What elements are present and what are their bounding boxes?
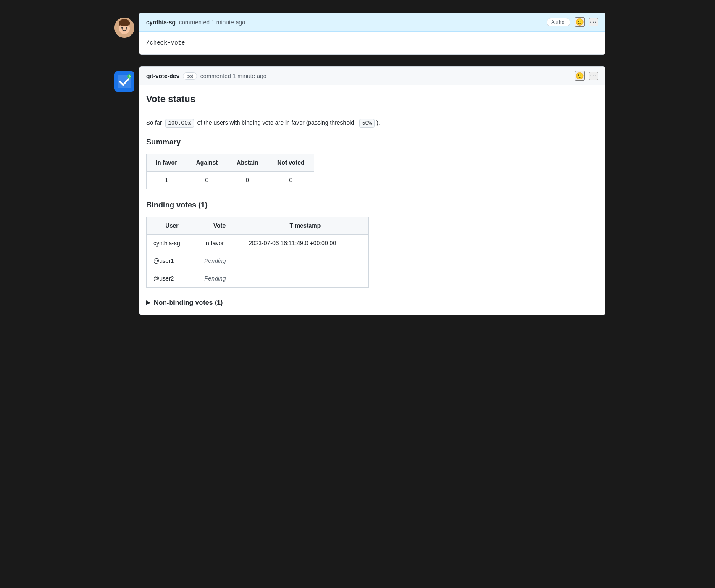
binding-row-2: @user1 Pending: [147, 252, 369, 270]
summary-table: In favor Against Abstain Not voted 1 0 0…: [146, 154, 314, 189]
summary-data-row: 1 0 0 0: [147, 171, 314, 189]
author-badge: Author: [547, 18, 570, 26]
binding-timestamp-2: [242, 252, 368, 270]
binding-timestamp-1: 2023-07-06 16:11:49.0 +00:00:00: [242, 234, 368, 252]
comment-header-left-1: cynthia-sg commented 1 minute ago: [146, 19, 245, 26]
svg-point-5: [126, 27, 127, 29]
comment-header-right-1: Author 🙂 ···: [547, 17, 598, 27]
svg-point-4: [121, 27, 123, 29]
summary-in-favor-val: 1: [147, 171, 187, 189]
comment-time-1: commented 1 minute ago: [179, 19, 245, 26]
binding-vote-2: Pending: [197, 252, 242, 270]
threshold-badge: 50%: [359, 119, 375, 128]
comment-author-2: git-vote-dev: [146, 73, 179, 79]
binding-user-3: @user2: [147, 270, 197, 287]
main-container: cynthia-sg commented 1 minute ago Author…: [110, 8, 605, 315]
non-binding-section[interactable]: Non-binding votes (1): [146, 298, 598, 308]
check-vote-command: /check-vote: [146, 39, 185, 46]
summary-title: Summary: [146, 136, 598, 148]
percent-badge: 100.00%: [165, 119, 194, 128]
summary-col-against: Against: [187, 154, 227, 171]
avatar-image-1: [114, 18, 134, 38]
comment-body-1: cynthia-sg commented 1 minute ago Author…: [139, 13, 605, 55]
emoji-button-2[interactable]: 🙂: [575, 71, 585, 81]
binding-row-1: cynthia-sg In favor 2023-07-06 16:11:49.…: [147, 234, 369, 252]
comment-body-2: git-vote-dev bot commented 1 minute ago …: [139, 66, 605, 315]
comment-author-1: cynthia-sg: [146, 19, 176, 26]
binding-timestamp-3: [242, 270, 368, 287]
comment-header-left-2: git-vote-dev bot commented 1 minute ago: [146, 72, 267, 80]
emoji-button-1[interactable]: 🙂: [575, 17, 585, 27]
bot-badge: bot: [183, 72, 197, 80]
summary-col-abstain: Abstain: [227, 154, 268, 171]
binding-vote-1: In favor: [197, 234, 242, 252]
binding-votes-title: Binding votes (1): [146, 200, 598, 211]
comment-1: cynthia-sg commented 1 minute ago Author…: [110, 13, 605, 55]
summary-col-not-voted: Not voted: [268, 154, 314, 171]
binding-user-1: cynthia-sg: [147, 234, 197, 252]
vote-status-title: Vote status: [146, 92, 598, 106]
bot-icon: [114, 71, 134, 92]
summary-header-row: In favor Against Abstain Not voted: [147, 154, 314, 171]
summary-not-voted-val: 0: [268, 171, 314, 189]
comment-header-1: cynthia-sg commented 1 minute ago Author…: [139, 13, 605, 32]
bot-avatar: [114, 71, 134, 92]
non-binding-label: Non-binding votes (1): [154, 298, 223, 308]
binding-user-2: @user1: [147, 252, 197, 270]
svg-point-8: [127, 74, 131, 79]
svg-point-3: [119, 20, 130, 26]
binding-row-3: @user2 Pending: [147, 270, 369, 287]
binding-header-row: User Vote Timestamp: [147, 217, 369, 234]
binding-votes-table: User Vote Timestamp cynthia-sg In favor …: [146, 217, 369, 288]
comment-header-right-2: 🙂 ···: [575, 71, 598, 81]
binding-col-user: User: [147, 217, 197, 234]
summary-abstain-val: 0: [227, 171, 268, 189]
avatar-1: [114, 18, 134, 38]
more-button-1[interactable]: ···: [589, 18, 598, 26]
more-button-2[interactable]: ···: [589, 72, 598, 80]
binding-col-timestamp: Timestamp: [242, 217, 368, 234]
comment-2: git-vote-dev bot commented 1 minute ago …: [110, 66, 605, 315]
summary-against-val: 0: [187, 171, 227, 189]
binding-col-vote: Vote: [197, 217, 242, 234]
avatar-col-2: [110, 66, 139, 92]
avatar-col-1: [110, 13, 139, 38]
comment-content-1: /check-vote: [139, 32, 605, 54]
non-binding-triangle-icon: [146, 300, 150, 305]
comment-header-2: git-vote-dev bot commented 1 minute ago …: [139, 67, 605, 85]
comment-time-2: commented 1 minute ago: [200, 73, 267, 79]
vote-status-text: So far 100.00% of the users with binding…: [146, 118, 598, 128]
binding-vote-3: Pending: [197, 270, 242, 287]
summary-col-in-favor: In favor: [147, 154, 187, 171]
vote-status-divider: [146, 111, 598, 111]
comment-content-2: Vote status So far 100.00% of the users …: [139, 85, 605, 315]
